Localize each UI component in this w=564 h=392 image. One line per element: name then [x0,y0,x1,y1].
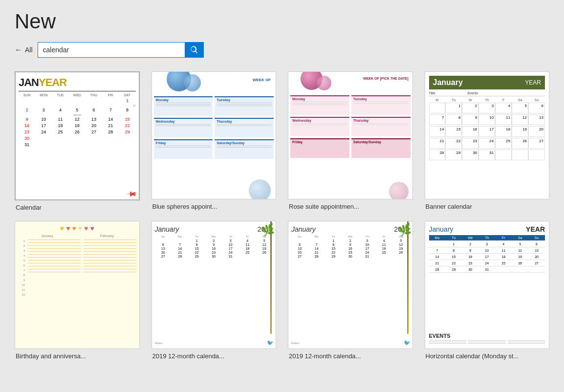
cal7-week1: 12345 [291,239,410,242]
cal3-day-wed: Wednesday [290,117,349,136]
cal8-week2: 78910111213 [429,248,545,254]
cal4-week1: 1 2 3 4 5 6 [429,103,545,113]
template-preview-banner: January YEAR Title Events MTuWThFSaSu 1 … [425,72,549,199]
cal2-day-wed: Wednesday [154,118,213,137]
cal2-row1: Monday Tuesday [154,96,274,116]
cal3-row1: Monday Tuesday [290,95,411,115]
template-item-calendar[interactable]: JANYEAR SUNMONTUEWEDTHUFRISAT 1 31 23456… [15,71,140,211]
cal6-week5: 2728293031 [155,255,273,258]
search-button[interactable] [185,43,203,57]
cal8-days-header: MoTuWeThFrSaSu [429,235,545,240]
cal5-preview: ♥ ♥ ♥ ♥ ♥ ♥ January February 1 [15,221,139,348]
cal8-event-col1 [429,340,467,345]
cal8-month: January [429,225,454,233]
template-item-horizontal[interactable]: January YEAR MoTuWeThFrSaSu 123456 78910… [425,221,550,360]
cal2-row2: Wednesday Thursday [154,118,274,137]
cal3-preview: WEEK OF [PICK THE DATE] Monday [288,72,412,199]
cal8-year: YEAR [526,225,545,233]
back-link[interactable]: ← All [15,45,33,54]
cal5-lines-area: 1 2 3 4 5 6 7 8 9 10 11 12 [18,240,136,296]
cal3-day-fri: Friday [290,138,349,158]
cal8-events-label: EVENTS [429,333,545,339]
cal1-days-header: SUNMONTUEWEDTHUFRISAT [19,93,136,97]
cal8-header: January YEAR [429,225,545,233]
cal3-day-thu: Thursday [351,117,411,136]
template-item-banner[interactable]: January YEAR Title Events MTuWThFSaSu 1 … [425,71,550,211]
template-preview-rose-suite: WEEK OF [PICK THE DATE] Monday [288,72,412,199]
template-item-2019-2[interactable]: January 2019 SuMoTuWeThFrSa 12345 678910… [288,221,413,360]
cal6-plant-top: 🌿 [260,223,276,238]
template-label-horizontal: Horizontal calendar (Monday st... [425,352,519,360]
cal2-day-tue: Tuesday [215,96,274,116]
search-input[interactable] [38,44,185,56]
cal7-month: January [291,225,316,233]
cal3-day-weekend: Saturday/Sunday [351,138,411,158]
cal4-events-col: Events [468,91,545,95]
search-icon [190,45,198,54]
cal7-plant-top: 🌿 [397,223,412,238]
cal1-week1: 1 [19,98,136,104]
cal4-week4: 21 22 23 24 25 26 27 [429,138,545,149]
cal4-week5: 28 29 30 31 [429,150,545,160]
template-item-birthday[interactable]: ♥ ♥ ♥ ♥ ♥ ♥ January February 1 [15,221,140,360]
template-thumb-birthday: ♥ ♥ ♥ ♥ ♥ ♥ January February 1 [15,221,140,349]
cal2-day-thu: Thursday [215,118,274,137]
cal6-plant-stem [270,221,272,334]
template-item-blue-spheres[interactable]: WEEK OF Monday [152,71,277,211]
cal6-preview: January 2019 SuMoTuWeThFrSa 12345 678910… [152,221,276,348]
template-thumb-horizontal: January YEAR MoTuWeThFrSaSu 123456 78910… [425,221,550,349]
cal1-preview: JANYEAR SUNMONTUEWEDTHUFRISAT 1 31 23456… [16,72,139,199]
template-label-2019-1: 2019 12-month calenda... [152,352,224,360]
cal5-col1 [28,240,81,296]
cal3-row2: Wednesday Thursday [290,117,411,136]
cal8-events-section: EVENTS [429,333,545,345]
cal8-event-col3 [508,340,545,345]
heart2-icon: ♥ [66,224,70,232]
search-row: ← All [15,42,549,58]
template-preview-2019-1: January 2019 SuMoTuWeThFrSa 12345 678910… [152,221,276,348]
cal2-bottom-sphere [249,179,271,199]
cal2-day-mon: Monday [154,96,213,116]
cal7-week3: 13141516171819 [291,247,410,250]
cal6-notes-label: Notes: [155,342,261,345]
cal7-notes-label: Notes: [291,342,398,345]
template-thumb-2019-2: January 2019 SuMoTuWeThFrSa 12345 678910… [288,221,413,349]
cal6-week2: 6789101112 [155,243,273,246]
cal2-day-sat-sun: Saturday/Sunday [215,139,274,159]
cal4-week2: 7 8 9 10 11 12 13 [429,114,545,125]
heart5-icon: ♥ [84,224,88,232]
cal8-event-col2 [468,340,506,345]
cal7-plant-stem [407,221,409,334]
cal3-day-tue: Tuesday [351,95,411,115]
cal5-months: January February [18,234,136,238]
cal3-day-mon: Monday [290,95,349,115]
cal3-bottom-sphere [389,182,409,199]
template-label-banner: Banner calendar [425,203,472,210]
cal4-banner-year: YEAR [525,79,541,86]
cal6-month: January [155,225,179,233]
back-label: All [25,46,33,54]
cal7-week4: 20212223242526 [291,251,410,254]
pin-icon: 📌 [126,188,137,199]
cal4-week3: 14 15 16 17 18 19 20 [429,126,545,137]
cal8-week5: 28293031 [429,267,545,273]
cal1-week5: 23242526272829 [19,129,136,135]
search-box [38,42,204,58]
cal1-divider [19,91,136,91]
page-title: New [15,10,549,33]
cal3-sphere-top2 [317,76,331,90]
cal4-title-col: Title [429,91,468,95]
back-arrow-icon: ← [15,45,22,54]
cal7-days-header: SuMoTuWeThFrSa [291,235,410,238]
cal7-week5: 2728293031 [291,255,410,258]
cal7-bird-icon: 🐦 [404,340,411,346]
cal1-week6: 30 [19,135,136,141]
cal3-week-label: WEEK OF [PICK THE DATE] [363,77,408,80]
template-item-rose-suite[interactable]: WEEK OF [PICK THE DATE] Monday [288,71,413,211]
template-label-rose-suite: Rose suite appointmen... [288,203,359,210]
template-thumb-banner: January YEAR Title Events MTuWThFSaSu 1 … [425,71,550,199]
template-item-2019-1[interactable]: January 2019 SuMoTuWeThFrSa 12345 678910… [152,221,277,360]
heart4-icon: ♥ [78,224,82,232]
cal8-preview: January YEAR MoTuWeThFrSaSu 123456 78910… [425,221,549,348]
cal2-day-fri: Friday [154,139,213,159]
